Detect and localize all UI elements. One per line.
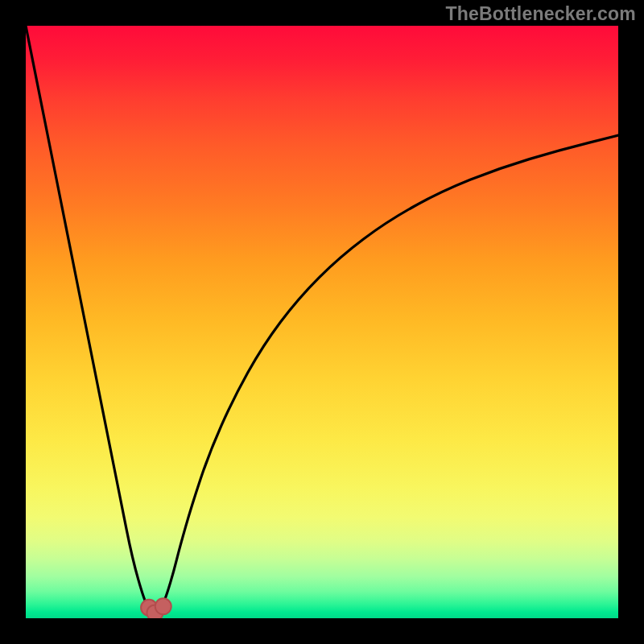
valley-marker — [155, 598, 171, 614]
curve-svg — [26, 26, 618, 618]
bottleneck-curve — [26, 26, 618, 613]
watermark-text: TheBottlenecker.com — [446, 3, 636, 25]
outer-frame: TheBottlenecker.com — [0, 0, 644, 644]
plot-area — [26, 26, 618, 618]
valley-markers — [141, 598, 171, 618]
